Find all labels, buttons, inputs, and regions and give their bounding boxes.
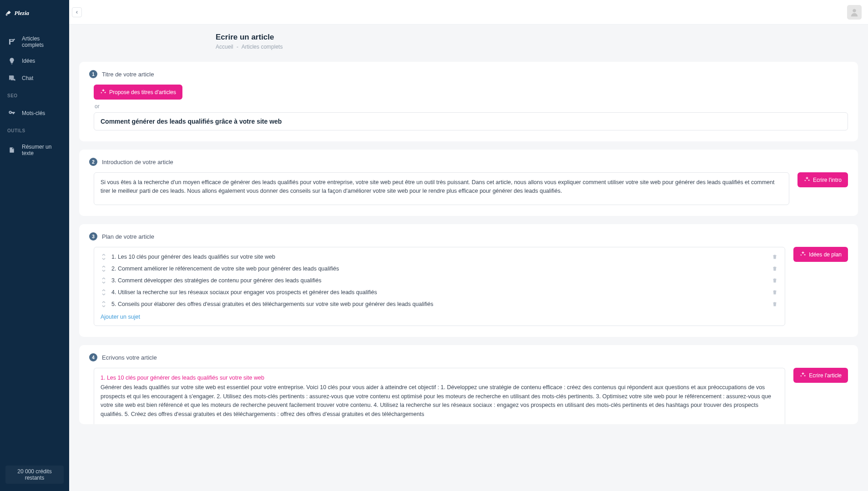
trash-icon[interactable]	[771, 277, 778, 284]
sidebar-item-label: Articles complets	[22, 35, 62, 48]
step-4-badge: 4	[89, 353, 97, 361]
drag-handle-icon[interactable]	[101, 301, 107, 307]
step-intro-card: 2 Introduction de votre article Si vous …	[79, 150, 858, 216]
step-1-badge: 1	[89, 70, 97, 78]
propose-titles-button[interactable]: Propose des titres d'articles	[94, 85, 182, 100]
breadcrumb-current[interactable]: Articles complets	[242, 44, 283, 50]
page-title: Ecrire un article	[216, 33, 868, 42]
breadcrumb: Accueil - Articles complets	[216, 44, 868, 50]
write-article-button[interactable]: Ecrire l'article	[793, 368, 848, 383]
breadcrumb-home[interactable]: Accueil	[216, 44, 233, 50]
sidebar-item-label: Résumer un texte	[22, 144, 62, 156]
plan-item[interactable]: 4. Utiliser la recherche sur les réseaux…	[94, 286, 785, 298]
drag-handle-icon[interactable]	[101, 277, 107, 284]
sidebar-collapse-button[interactable]	[72, 7, 82, 17]
plan-list: 1. Les 10 clés pour générer des leads qu…	[94, 247, 785, 326]
svg-point-2	[853, 9, 856, 12]
plan-item-text: 3. Comment développer des stratégies de …	[111, 277, 767, 284]
page-header: Ecrire un article Accueil - Articles com…	[69, 25, 868, 58]
step-3-badge: 3	[89, 232, 97, 240]
sidebar: Plezia Articles complets Idées Chat	[0, 0, 69, 491]
credits-remaining: 20 000 crédits restants	[5, 466, 64, 484]
step-2-label: Introduction de votre article	[102, 159, 173, 165]
sidebar-item-keywords[interactable]: Mots-clés	[0, 105, 69, 122]
trash-icon[interactable]	[771, 254, 778, 260]
write-intro-button[interactable]: Ecrire l'intro	[797, 172, 848, 187]
step-4-label: Ecrivons votre article	[102, 354, 157, 361]
sidebar-item-ideas[interactable]: Idées	[0, 52, 69, 70]
svg-text:Plezia: Plezia	[15, 10, 30, 16]
step-title-card: 1 Titre de votre article Propose des tit…	[79, 62, 858, 141]
trash-icon[interactable]	[771, 301, 778, 307]
or-text: or	[95, 103, 848, 110]
plan-item-text: 4. Utiliser la recherche sur les réseaux…	[111, 289, 767, 296]
sidebar-item-chat[interactable]: Chat	[0, 70, 69, 87]
topbar	[69, 0, 868, 25]
drag-handle-icon[interactable]	[101, 266, 107, 272]
sidebar-item-articles[interactable]: Articles complets	[0, 31, 69, 52]
add-subject-link[interactable]: Ajouter un sujet	[94, 310, 785, 321]
blog-icon	[7, 37, 16, 46]
step-3-label: Plan de votre article	[102, 233, 154, 240]
plan-ideas-button[interactable]: Idées de plan	[793, 247, 848, 262]
sparkle-icon	[804, 176, 810, 184]
sidebar-item-summarize[interactable]: Résumer un texte	[0, 140, 69, 160]
plan-item[interactable]: 3. Comment développer des stratégies de …	[94, 275, 785, 286]
step-2-badge: 2	[89, 158, 97, 166]
drag-handle-icon[interactable]	[101, 289, 107, 296]
drag-handle-icon[interactable]	[101, 254, 107, 260]
plan-item-text: 1. Les 10 clés pour générer des leads qu…	[111, 254, 767, 260]
step-plan-card: 3 Plan de votre article 1. Les 10 clés p…	[79, 224, 858, 337]
intro-textarea[interactable]: Si vous êtes à la recherche d'un moyen e…	[94, 172, 789, 205]
step-write-card: 4 Ecrivons votre article 1. Les 10 clés …	[79, 345, 858, 424]
sparkle-icon	[100, 88, 106, 96]
trash-icon[interactable]	[771, 289, 778, 296]
seo-heading: SEO	[0, 90, 69, 102]
lightbulb-icon	[7, 56, 16, 65]
user-avatar[interactable]	[847, 5, 862, 20]
sidebar-item-label: Chat	[22, 75, 33, 81]
plan-item-text: 5. Conseils pour élaborer des offres d'e…	[111, 301, 767, 307]
article-section-heading: 1. Les 10 clés pour générer des leads qu…	[101, 374, 778, 382]
plan-item[interactable]: 5. Conseils pour élaborer des offres d'e…	[94, 298, 785, 310]
sparkle-icon	[800, 371, 806, 379]
step-1-label: Titre de votre article	[102, 71, 154, 78]
sidebar-item-label: Idées	[22, 58, 35, 64]
chat-icon	[7, 74, 16, 83]
sidebar-item-label: Mots-clés	[22, 110, 45, 116]
tools-heading: OUTILS	[0, 125, 69, 137]
trash-icon[interactable]	[771, 266, 778, 272]
key-icon	[7, 109, 16, 118]
article-title-input[interactable]	[94, 112, 848, 130]
brand-logo: Plezia	[0, 0, 69, 29]
svg-point-1	[14, 39, 15, 40]
article-section-body: Générer des leads qualifiés sur votre si…	[101, 383, 778, 419]
document-icon	[7, 145, 16, 155]
plan-item[interactable]: 1. Les 10 clés pour générer des leads qu…	[94, 251, 785, 263]
sparkle-icon	[800, 251, 806, 258]
plan-item-text: 2. Comment améliorer le référencement de…	[111, 266, 767, 272]
article-content[interactable]: 1. Les 10 clés pour générer des leads qu…	[94, 368, 785, 424]
plan-item[interactable]: 2. Comment améliorer le référencement de…	[94, 263, 785, 275]
